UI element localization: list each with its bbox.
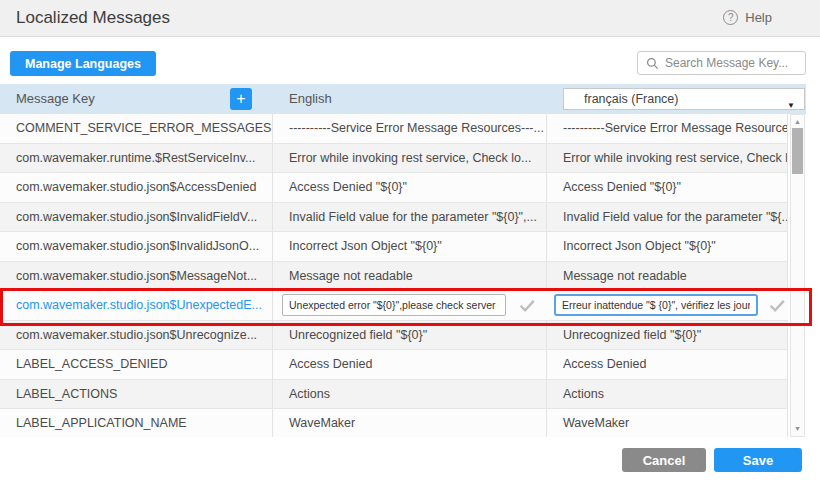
english-cell[interactable]: ----------Service Error Message Resource… [273, 114, 547, 143]
column-header-language: français (France) ▼ [547, 84, 806, 114]
table-row[interactable]: COMMENT_SERVICE_ERROR_MESSAGES ---------… [0, 114, 788, 144]
add-message-key-button[interactable]: + [230, 88, 252, 110]
confirm-check-icon[interactable] [766, 296, 788, 314]
table-row[interactable]: LABEL_APPLICATION_NAME WaveMaker WaveMak… [0, 409, 788, 437]
save-button[interactable]: Save [714, 448, 802, 472]
table-row[interactable]: com.wavemaker.studio.json$MessageNot... … [0, 262, 788, 292]
language-select[interactable]: français (France) ▼ [563, 88, 805, 110]
manage-languages-button[interactable]: Manage Languages [10, 51, 156, 76]
message-key-cell[interactable]: LABEL_ACTIONS [0, 380, 273, 409]
message-key-cell[interactable]: com.wavemaker.studio.json$InvalidFieldV.… [0, 203, 273, 232]
title-bar: Localized Messages ? Help [0, 0, 820, 37]
english-edit-cell [273, 291, 547, 320]
help-question-icon: ? [723, 10, 738, 25]
french-cell[interactable]: Invalid Field value for the parameter "$… [547, 203, 788, 232]
message-key-cell[interactable]: com.wavemaker.studio.json$InvalidJsonO..… [0, 232, 273, 261]
english-cell[interactable]: Error while invoking rest service, Check… [273, 144, 547, 173]
table-row[interactable]: com.wavemaker.runtime.$RestServiceInv...… [0, 144, 788, 174]
english-message-input[interactable] [282, 294, 506, 316]
page-title: Localized Messages [16, 8, 170, 28]
english-cell[interactable]: Message not readable [273, 262, 547, 291]
search-input[interactable] [665, 56, 795, 70]
english-cell[interactable]: Access Denied "${0}" [273, 173, 547, 202]
english-cell[interactable]: Actions [273, 380, 547, 409]
message-key-cell[interactable]: COMMENT_SERVICE_ERROR_MESSAGES [0, 114, 273, 143]
english-cell[interactable]: Invalid Field value for the parameter "$… [273, 203, 547, 232]
message-key-cell[interactable]: LABEL_APPLICATION_NAME [0, 409, 273, 437]
message-key-cell[interactable]: com.wavemaker.studio.json$AccessDenied [0, 173, 273, 202]
english-cell[interactable]: WaveMaker [273, 409, 547, 437]
localized-messages-dialog: Localized Messages ? Help Manage Languag… [0, 0, 820, 487]
chevron-down-icon: ▼ [787, 96, 795, 116]
table-row[interactable]: com.wavemaker.studio.json$InvalidJsonO..… [0, 232, 788, 262]
table-row-editing[interactable]: com.wavemaker.studio.json$UnexpectedE... [0, 291, 788, 321]
table-header: Message Key + English français (France) … [0, 84, 806, 114]
french-edit-cell [547, 291, 788, 320]
scroll-down-icon[interactable]: ▼ [791, 423, 804, 435]
french-cell[interactable]: Access Denied [547, 350, 788, 379]
french-cell[interactable]: Error while invoking rest service, Check… [547, 144, 788, 173]
french-cell[interactable]: WaveMaker [547, 409, 788, 437]
message-key-cell[interactable]: com.wavemaker.runtime.$RestServiceInv... [0, 144, 273, 173]
table-body: COMMENT_SERVICE_ERROR_MESSAGES ---------… [0, 114, 788, 437]
cancel-button[interactable]: Cancel [622, 448, 706, 472]
french-cell[interactable]: Access Denied "${0}" [547, 173, 788, 202]
message-key-cell[interactable]: LABEL_ACCESS_DENIED [0, 350, 273, 379]
message-key-cell-active[interactable]: com.wavemaker.studio.json$UnexpectedE... [0, 291, 273, 320]
french-cell[interactable]: Actions [547, 380, 788, 409]
table-row[interactable]: LABEL_ACTIONS Actions Actions [0, 380, 788, 410]
vertical-scrollbar[interactable]: ▲ ▼ [790, 114, 805, 437]
table-row[interactable]: com.wavemaker.studio.json$Unrecognize...… [0, 321, 788, 351]
table-row[interactable]: com.wavemaker.studio.json$AccessDenied A… [0, 173, 788, 203]
help-label: Help [745, 10, 772, 25]
message-key-cell[interactable]: com.wavemaker.studio.json$MessageNot... [0, 262, 273, 291]
help-button[interactable]: ? Help [723, 10, 772, 25]
english-cell[interactable]: Access Denied [273, 350, 547, 379]
french-cell[interactable]: Incorrect Json Object "${0}" [547, 232, 788, 261]
french-cell[interactable]: ----------Service Error Message Resource… [547, 114, 788, 143]
scrollbar-thumb[interactable] [792, 128, 803, 174]
french-cell[interactable]: Unrecognized field "${0}" [547, 321, 788, 350]
language-select-value: français (France) [584, 92, 678, 106]
french-cell[interactable]: Message not readable [547, 262, 788, 291]
column-header-message-key: Message Key + [0, 84, 273, 114]
table-row[interactable]: com.wavemaker.studio.json$InvalidFieldV.… [0, 203, 788, 233]
scroll-up-icon[interactable]: ▲ [791, 116, 804, 128]
search-icon [646, 57, 659, 70]
column-header-english: English [273, 84, 547, 114]
search-box[interactable] [637, 51, 806, 75]
english-cell[interactable]: Incorrect Json Object "${0}" [273, 232, 547, 261]
french-message-input[interactable] [554, 294, 758, 316]
table-row[interactable]: LABEL_ACCESS_DENIED Access Denied Access… [0, 350, 788, 380]
message-key-cell[interactable]: com.wavemaker.studio.json$Unrecognize... [0, 321, 273, 350]
confirm-check-icon[interactable] [516, 296, 538, 314]
english-cell[interactable]: Unrecognized field "${0}" [273, 321, 547, 350]
